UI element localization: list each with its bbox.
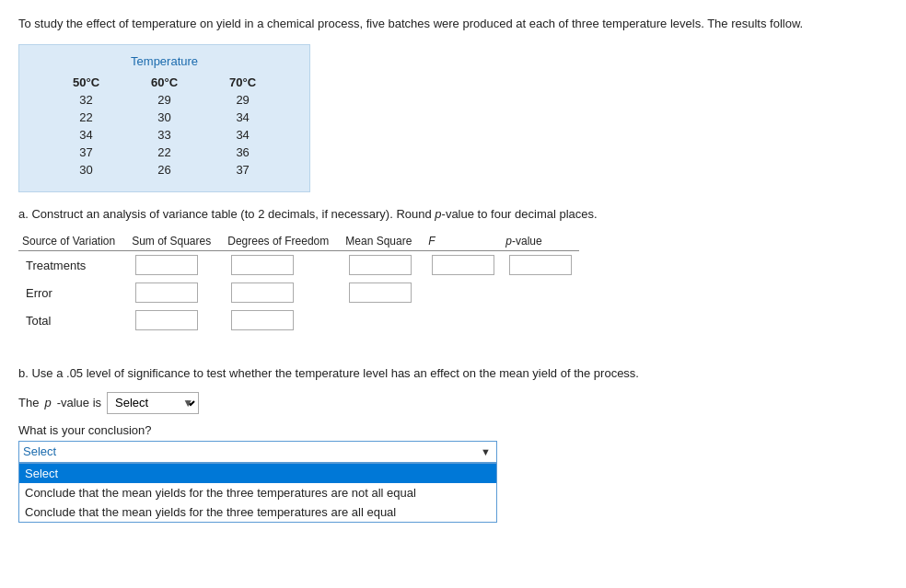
data-cell-4-1: 26 — [125, 161, 203, 179]
total-df-cell — [224, 306, 342, 334]
data-cell-3-0: 37 — [47, 144, 125, 161]
anova-col-f: F — [424, 232, 502, 251]
p-italic: p — [435, 207, 441, 221]
total-label: Total — [18, 306, 128, 334]
data-table-wrapper: Temperature 50°C 60°C 70°C 3229292230343… — [18, 44, 310, 192]
part-b-label: b. Use a .05 level of significance to te… — [18, 364, 888, 383]
data-cell-0-0: 32 — [47, 91, 125, 109]
total-df-input[interactable] — [231, 310, 294, 330]
error-f-cell — [424, 279, 502, 306]
col-header-50: 50°C — [47, 74, 125, 91]
total-f-cell — [424, 306, 502, 334]
conclusion-display-bar[interactable]: Select ▼ — [18, 441, 497, 463]
pvalue-select-wrapper: Select ▼ — [107, 392, 199, 414]
conclusion-label: What is your conclusion? — [18, 423, 888, 437]
total-ss-cell — [128, 306, 224, 334]
error-df-input[interactable] — [231, 282, 294, 303]
anova-col-pval: p-value — [502, 232, 579, 251]
total-ms-cell — [342, 306, 424, 334]
total-ss-input[interactable] — [135, 310, 198, 330]
treatments-ss-input[interactable] — [135, 255, 198, 275]
conclusion-dropdown-list: Select Conclude that the mean yields for… — [18, 463, 497, 523]
pvalue-p-italic: p — [44, 396, 51, 409]
pvalue-select[interactable]: Select — [107, 392, 199, 414]
data-cell-2-2: 34 — [203, 126, 282, 144]
conclusion-option-select[interactable]: Select — [19, 464, 496, 483]
intro-text: To study the effect of temperature on yi… — [18, 15, 888, 33]
part-a-text2: -value to four decimal places. — [442, 207, 598, 221]
treatments-df-cell — [224, 251, 342, 280]
treatments-label: Treatments — [18, 251, 128, 280]
data-table: 50°C 60°C 70°C 3229292230343433343722363… — [47, 74, 282, 179]
pvalue-prefix: The — [18, 396, 39, 409]
anova-col-df: Degrees of Freedom — [224, 232, 342, 251]
treatments-ss-cell — [128, 251, 224, 280]
treatments-pval-cell — [502, 251, 579, 280]
conclusion-option-equal[interactable]: Conclude that the mean yields for the th… — [19, 502, 496, 522]
data-cell-3-1: 22 — [125, 144, 203, 161]
temperature-header: Temperature — [47, 54, 282, 68]
part-a-label: a. Construct an analysis of variance tab… — [18, 205, 888, 224]
pvalue-suffix: -value is — [57, 396, 101, 409]
data-cell-0-1: 29 — [125, 91, 203, 109]
conclusion-option-not-equal[interactable]: Conclude that the mean yields for the th… — [19, 483, 496, 502]
col-header-60: 60°C — [125, 74, 203, 91]
anova-col-ss: Sum of Squares — [128, 232, 224, 251]
error-ss-cell — [128, 279, 224, 306]
data-cell-3-2: 36 — [203, 144, 282, 161]
anova-row-treatments: Treatments — [18, 251, 579, 280]
error-ms-cell — [342, 279, 424, 306]
treatments-pval-input[interactable] — [509, 255, 572, 275]
data-cell-4-2: 37 — [203, 161, 282, 179]
data-cell-1-2: 34 — [203, 109, 282, 126]
pvalue-line: The p -value is Select ▼ — [18, 392, 888, 414]
data-cell-2-0: 34 — [47, 126, 125, 144]
treatments-f-input[interactable] — [432, 255, 494, 275]
conclusion-chevron-icon: ▼ — [481, 446, 491, 457]
anova-table: Source of Variation Sum of Squares Degre… — [18, 232, 579, 334]
conclusion-dropdown-wrapper: Select ▼ Select Conclude that the mean y… — [18, 441, 497, 523]
treatments-ms-input[interactable] — [349, 255, 412, 275]
anova-col-source: Source of Variation — [18, 232, 128, 251]
data-cell-1-0: 22 — [47, 109, 125, 126]
part-a-text: a. Construct an analysis of variance tab… — [18, 207, 435, 221]
data-cell-1-1: 30 — [125, 109, 203, 126]
total-pval-cell — [502, 306, 579, 334]
data-cell-2-1: 33 — [125, 126, 203, 144]
conclusion-display-text: Select — [23, 444, 56, 458]
data-cell-0-2: 29 — [203, 91, 282, 109]
treatments-ms-cell — [342, 251, 424, 280]
treatments-f-cell — [424, 251, 502, 280]
error-ms-input[interactable] — [349, 282, 412, 303]
treatments-df-input[interactable] — [231, 255, 294, 275]
error-label: Error — [18, 279, 128, 306]
error-pval-cell — [502, 279, 579, 306]
anova-row-error: Error — [18, 279, 579, 306]
col-header-70: 70°C — [203, 74, 282, 91]
data-cell-4-0: 30 — [47, 161, 125, 179]
anova-row-total: Total — [18, 306, 579, 334]
anova-col-ms: Mean Square — [342, 232, 424, 251]
error-df-cell — [224, 279, 342, 306]
error-ss-input[interactable] — [135, 282, 198, 303]
